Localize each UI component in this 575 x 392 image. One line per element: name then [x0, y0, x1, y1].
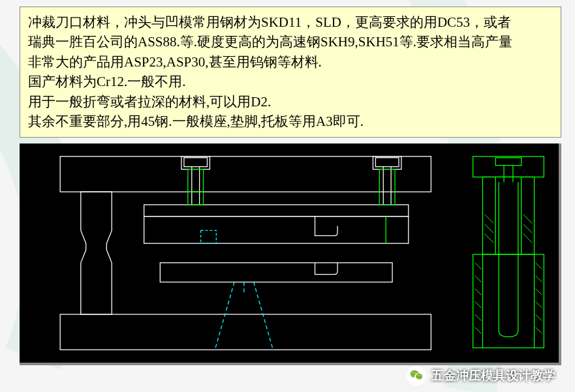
svg-rect-2 — [373, 157, 401, 170]
note-line-4: 国产材料为Cr12.一般不用. — [28, 72, 553, 91]
svg-line-24 — [523, 215, 533, 224]
svg-rect-27 — [473, 254, 544, 348]
svg-rect-13 — [188, 170, 204, 205]
svg-line-28 — [475, 263, 482, 269]
svg-line-22 — [484, 224, 493, 234]
svg-rect-17 — [473, 157, 544, 177]
svg-rect-12 — [60, 314, 431, 350]
cad-drawing-panel — [20, 143, 561, 365]
svg-line-23 — [484, 234, 493, 243]
material-note-box: 冲裁刀口材料，冲头与凹模常用钢材为SKD11，SLD，更高要求的用DC53，或者… — [20, 7, 561, 138]
svg-line-21 — [484, 215, 493, 224]
svg-line-37 — [536, 301, 542, 308]
svg-line-26 — [523, 234, 533, 243]
svg-line-32 — [475, 314, 482, 321]
note-line-6: 其余不重要部分,用45钢.一般模座,垫脚,托板等用A3即可. — [28, 112, 553, 131]
svg-line-29 — [475, 276, 482, 282]
guide-components-green — [188, 157, 544, 348]
note-line-2: 瑞典一胜百公司的ASS88.等.硬度更高的为高速钢SKH9,SKH51等.要求相… — [28, 32, 553, 52]
svg-line-34 — [536, 263, 542, 269]
svg-rect-3 — [184, 158, 208, 167]
svg-rect-4 — [375, 158, 399, 167]
svg-line-30 — [475, 288, 482, 295]
attribution-text: 五金冲压模具设计教学 — [431, 367, 555, 384]
svg-rect-10 — [144, 217, 409, 244]
note-line-3: 非常大的产品用ASP23,ASP30,甚至用钨钢等材料. — [28, 52, 553, 72]
svg-rect-15 — [379, 170, 395, 205]
svg-rect-11 — [160, 263, 392, 282]
die-cross-section-svg — [20, 143, 559, 363]
die-structure-white — [60, 157, 431, 350]
wechat-icon — [407, 366, 426, 385]
svg-line-33 — [475, 327, 482, 334]
attribution-bar: 五金冲压模具设计教学 — [407, 366, 555, 385]
svg-rect-1 — [181, 157, 210, 170]
note-line-1: 冲裁刀口材料，冲头与凹模常用钢材为SKD11，SLD，更高要求的用DC53，或者 — [28, 12, 553, 32]
svg-line-36 — [536, 288, 542, 295]
svg-line-38 — [536, 314, 542, 321]
svg-rect-18 — [495, 158, 521, 166]
svg-line-25 — [523, 224, 533, 234]
svg-line-31 — [475, 301, 482, 308]
svg-line-35 — [536, 276, 542, 282]
note-line-5: 用于一般折弯或者拉深的材料,可以用D2. — [28, 92, 553, 112]
svg-rect-9 — [144, 205, 409, 217]
svg-line-39 — [536, 327, 542, 334]
